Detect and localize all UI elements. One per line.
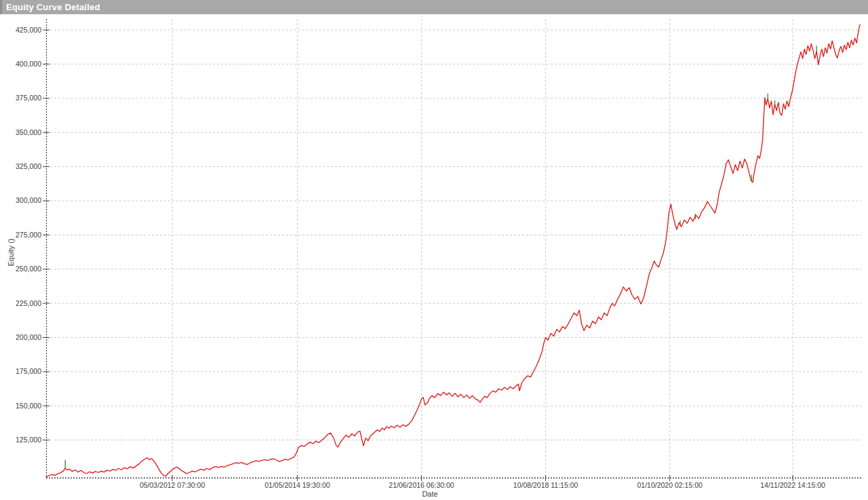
y-tick-label: 325,000 [16, 162, 41, 170]
y-tick-label: 150,000 [16, 402, 41, 410]
y-tick-label: 275,000 [16, 231, 41, 239]
x-tick-label: 21/06/2016 06:30:00 [389, 481, 454, 489]
y-tick-label: 375,000 [16, 94, 41, 102]
x-tick-label: 14/11/2022 14:15:00 [760, 481, 825, 489]
y-tick-label: 225,000 [16, 299, 41, 307]
y-tick-label: 125,000 [16, 436, 41, 444]
app-window: Equity Curve Detailed 125,000150,000175,… [0, 0, 868, 500]
y-tick-label: 400,000 [16, 60, 41, 68]
x-tick-label: 05/03/2012 07:30:00 [140, 481, 205, 489]
x-axis-title: Date [422, 490, 437, 498]
y-tick-label: 300,000 [16, 196, 41, 204]
chart-panel: 125,000150,000175,000200,000225,000250,0… [0, 14, 868, 500]
x-tick-label: 01/05/2014 19:30:00 [264, 481, 330, 489]
y-tick-label: 350,000 [16, 128, 41, 136]
y-axis-title: Equity () [7, 239, 15, 267]
y-tick-label: 200,000 [16, 333, 41, 341]
window-title-bar[interactable]: Equity Curve Detailed [0, 0, 868, 14]
equity-curve-line [46, 24, 860, 477]
y-tick-label: 250,000 [16, 265, 41, 273]
y-tick-label: 425,000 [16, 26, 41, 34]
window-title: Equity Curve Detailed [2, 2, 100, 12]
y-tick-label: 175,000 [16, 367, 41, 375]
x-tick-label: 01/10/2020 02:15:00 [637, 481, 703, 489]
x-tick-label: 10/08/2018 11:15:00 [513, 481, 578, 489]
equity-chart-canvas[interactable]: 125,000150,000175,000200,000225,000250,0… [0, 14, 868, 500]
